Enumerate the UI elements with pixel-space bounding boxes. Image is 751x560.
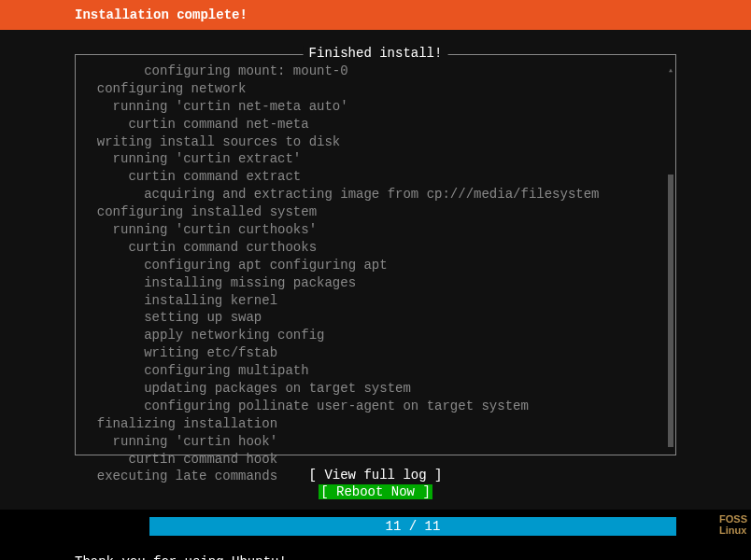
install-log-box: Finished install! configuring mount: mou… — [75, 54, 676, 455]
watermark-line2: Linux — [719, 525, 747, 536]
scroll-thumb[interactable] — [668, 175, 673, 447]
content-area: Finished install! configuring mount: mou… — [0, 35, 751, 510]
reboot-now-button[interactable]: [ Reboot Now ] — [319, 484, 432, 499]
progress-text: 11 / 11 — [386, 519, 441, 534]
scrollbar[interactable]: ▴ — [668, 64, 673, 447]
scroll-up-icon[interactable]: ▴ — [668, 64, 673, 76]
box-title: Finished install! — [304, 46, 448, 61]
header-title: Installation complete! — [75, 4, 751, 26]
footer-text: Thank you for using Ubuntu! — [75, 554, 751, 560]
header-bar: Installation complete! — [0, 0, 751, 30]
watermark-line1: FOSS — [719, 513, 747, 525]
log-output: configuring mount: mount-0 configuring n… — [81, 63, 670, 485]
watermark: FOSS Linux — [719, 513, 747, 536]
progress-bar: 11 / 11 — [149, 517, 676, 536]
